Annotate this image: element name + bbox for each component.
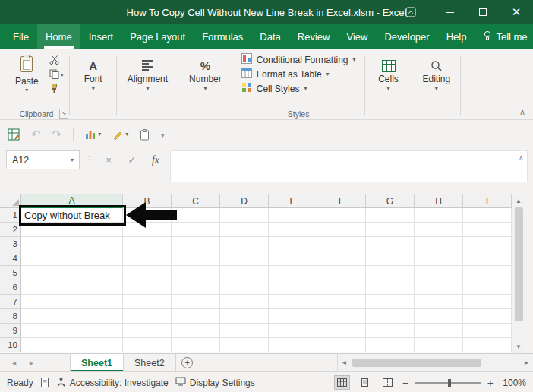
cell-F7[interactable]: [317, 295, 366, 309]
cell-F10[interactable]: [317, 338, 366, 352]
cell-C6[interactable]: [172, 280, 220, 295]
cell-A7[interactable]: [21, 295, 123, 309]
next-sheet-icon[interactable]: ►: [28, 359, 35, 367]
conditional-formatting-button[interactable]: Conditional Formatting ▾: [238, 52, 359, 67]
cell-H2[interactable]: [415, 223, 463, 237]
cell-G1[interactable]: [366, 208, 415, 223]
cell-D3[interactable]: [220, 237, 269, 251]
cell-G4[interactable]: [366, 251, 415, 266]
editing-button[interactable]: Editing ▾: [418, 52, 456, 92]
vertical-scrollbar[interactable]: ▲ ▼: [512, 194, 525, 353]
cell-B5[interactable]: [123, 266, 172, 280]
cell-H7[interactable]: [415, 295, 463, 309]
cell-G6[interactable]: [366, 280, 415, 295]
cell-F8[interactable]: [317, 309, 366, 324]
row-header-7[interactable]: 7: [0, 295, 21, 309]
scroll-left-icon[interactable]: ◄: [338, 359, 351, 366]
cell-C9[interactable]: [172, 324, 220, 338]
font-button[interactable]: A Font ▾: [76, 52, 111, 92]
page-break-view-button[interactable]: [380, 375, 396, 390]
tab-tell-me[interactable]: Tell me: [475, 24, 533, 49]
sheet-tab-sheet1[interactable]: Sheet1: [70, 354, 124, 371]
tab-view[interactable]: View: [338, 24, 376, 49]
display-settings[interactable]: Display Settings: [175, 377, 255, 388]
zoom-out-button[interactable]: −: [402, 377, 408, 389]
formula-input[interactable]: ∧: [170, 150, 528, 182]
cell-B1[interactable]: [123, 208, 172, 223]
cell-I3[interactable]: [463, 237, 512, 251]
cell-B2[interactable]: [123, 223, 172, 237]
normal-view-button[interactable]: [334, 375, 350, 390]
clipboard-icon[interactable]: [140, 129, 150, 141]
cell-C7[interactable]: [172, 295, 220, 309]
zoom-in-button[interactable]: +: [487, 377, 494, 389]
cell-H5[interactable]: [415, 266, 463, 280]
cell-F5[interactable]: [317, 266, 366, 280]
cell-A2[interactable]: [21, 223, 123, 237]
row-header-1[interactable]: 1: [0, 208, 21, 223]
tab-formulas[interactable]: Formulas: [194, 24, 251, 49]
accessibility-status[interactable]: Accessibility: Investigate: [56, 377, 169, 389]
scroll-right-icon[interactable]: ►: [520, 359, 533, 366]
cell-I5[interactable]: [463, 266, 512, 280]
cell-G9[interactable]: [366, 324, 415, 338]
tab-developer[interactable]: Developer: [376, 24, 437, 49]
cell-G7[interactable]: [366, 295, 415, 309]
insert-function-button[interactable]: fx: [147, 150, 165, 169]
tab-insert[interactable]: Insert: [80, 24, 122, 49]
cell-E3[interactable]: [269, 237, 317, 251]
cell-C3[interactable]: [172, 237, 220, 251]
enter-button[interactable]: ✓: [123, 150, 141, 169]
cancel-button[interactable]: ×: [99, 150, 118, 169]
number-button[interactable]: % Number ▾: [184, 52, 226, 92]
horizontal-scrollbar[interactable]: ◄ ►: [337, 354, 533, 371]
cell-F4[interactable]: [317, 251, 366, 266]
formula-bar-separator[interactable]: ⋮: [85, 150, 94, 165]
cell-C1[interactable]: [172, 208, 220, 223]
cell-A10[interactable]: [21, 338, 123, 352]
cell-C5[interactable]: [172, 266, 220, 280]
cell-C2[interactable]: [172, 223, 220, 237]
vertical-scrollbar-track[interactable]: [512, 321, 525, 340]
cell-E2[interactable]: [269, 223, 317, 237]
cell-B6[interactable]: [123, 280, 172, 295]
cell-E10[interactable]: [269, 338, 317, 352]
cell-I8[interactable]: [463, 309, 512, 324]
column-header-F[interactable]: F: [317, 194, 366, 208]
copy-button[interactable]: ▾: [49, 69, 64, 81]
pen-icon[interactable]: ▾: [112, 129, 128, 140]
cell-G10[interactable]: [366, 338, 415, 352]
collapse-formula-bar-icon[interactable]: ∧: [519, 153, 524, 162]
tab-data[interactable]: Data: [251, 24, 289, 49]
cell-F3[interactable]: [317, 237, 366, 251]
cell-B10[interactable]: [123, 338, 172, 352]
column-header-H[interactable]: H: [415, 194, 463, 208]
tab-page-layout[interactable]: Page Layout: [121, 24, 194, 49]
cell-E4[interactable]: [269, 251, 317, 266]
cell-D6[interactable]: [220, 280, 269, 295]
chevron-down-icon[interactable]: ▾: [71, 156, 74, 163]
cell-I4[interactable]: [463, 251, 512, 266]
row-header-10[interactable]: 10: [0, 338, 21, 352]
cell-I2[interactable]: [463, 223, 512, 237]
page-layout-view-button[interactable]: [357, 375, 373, 390]
scroll-down-icon[interactable]: ▼: [512, 340, 525, 353]
cell-F9[interactable]: [317, 324, 366, 338]
tab-review[interactable]: Review: [289, 24, 339, 49]
column-header-D[interactable]: D: [220, 194, 269, 208]
cell-I9[interactable]: [463, 324, 512, 338]
format-as-table-button[interactable]: Format as Table ▾: [238, 67, 359, 81]
cell-G3[interactable]: [366, 237, 415, 251]
cell-C8[interactable]: [172, 309, 220, 324]
customize-quick-access-icon[interactable]: ▾: [161, 131, 164, 139]
alignment-button[interactable]: Alignment ▾: [123, 52, 172, 92]
cell-E8[interactable]: [269, 309, 317, 324]
format-painter-button[interactable]: [49, 84, 64, 96]
column-header-I[interactable]: I: [463, 194, 512, 208]
cell-B9[interactable]: [123, 324, 172, 338]
clipboard-dialog-launcher-icon[interactable]: ↘: [59, 109, 68, 119]
cell-C10[interactable]: [172, 338, 220, 352]
cell-H6[interactable]: [415, 280, 463, 295]
cell-A3[interactable]: [21, 237, 123, 251]
paste-button[interactable]: Paste ▾: [9, 52, 45, 96]
